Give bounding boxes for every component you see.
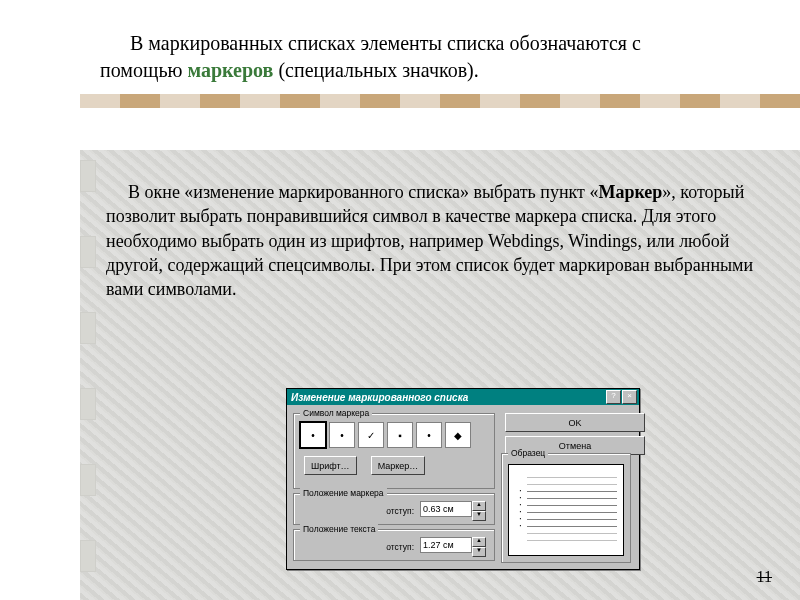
marker-option-2[interactable]: ✓ xyxy=(358,422,384,448)
sample-group: Образец xyxy=(501,453,631,563)
marker-position-group: Положение маркера отступ: ▲▼ xyxy=(293,493,495,525)
marker-indent-label: отступ: xyxy=(386,506,414,516)
text-position-group: Положение текста отступ: ▲▼ xyxy=(293,529,495,561)
titlebar[interactable]: Изменение маркированного списка ? × xyxy=(287,389,639,405)
spin-down-icon[interactable]: ▼ xyxy=(472,511,486,521)
marker-indent-input[interactable] xyxy=(420,501,472,517)
marker-button[interactable]: Маркер… xyxy=(371,456,426,475)
marker-indent-spinner[interactable]: ▲▼ xyxy=(420,501,486,521)
spin-up-icon[interactable]: ▲ xyxy=(472,537,486,547)
text-position-label: Положение текста xyxy=(300,524,378,534)
sample-label: Образец xyxy=(508,448,548,458)
intro-paragraph: В маркированных списках элементы списка … xyxy=(0,0,800,94)
symbol-group-label: Символ маркера xyxy=(300,408,372,418)
intro-text-2: (специальных значков). xyxy=(273,59,478,81)
text-indent-label: отступ: xyxy=(386,542,414,552)
sample-preview xyxy=(508,464,624,556)
marker-option-1[interactable]: • xyxy=(329,422,355,448)
spin-down-icon[interactable]: ▼ xyxy=(472,547,486,557)
marker-option-3[interactable]: ▪ xyxy=(387,422,413,448)
spin-up-icon[interactable]: ▲ xyxy=(472,501,486,511)
description-paragraph: В окне «изменение маркированного списка»… xyxy=(106,180,768,301)
text-indent-input[interactable] xyxy=(420,537,472,553)
font-button[interactable]: Шрифт… xyxy=(304,456,357,475)
marker-option-5[interactable]: ◆ xyxy=(445,422,471,448)
ok-button[interactable]: OK xyxy=(505,413,645,432)
dialog-window: Изменение маркированного списка ? × Симв… xyxy=(286,388,640,570)
help-button[interactable]: ? xyxy=(606,390,621,404)
symbol-group: Символ маркера • • ✓ ▪ • ◆ Шрифт… Маркер… xyxy=(293,413,495,489)
marker-option-4[interactable]: • xyxy=(416,422,442,448)
window-title: Изменение маркированного списка xyxy=(289,392,468,403)
page-number: 11 xyxy=(757,568,772,586)
decorative-strip xyxy=(80,94,800,108)
side-tabs xyxy=(80,160,96,572)
desc-bold: Маркер xyxy=(598,182,662,202)
intro-markers-word: маркеров xyxy=(187,59,273,81)
desc-text-1: В окне «изменение маркированного списка»… xyxy=(128,182,598,202)
text-indent-spinner[interactable]: ▲▼ xyxy=(420,537,486,557)
close-button[interactable]: × xyxy=(622,390,637,404)
marker-position-label: Положение маркера xyxy=(300,488,387,498)
marker-option-0[interactable]: • xyxy=(300,422,326,448)
